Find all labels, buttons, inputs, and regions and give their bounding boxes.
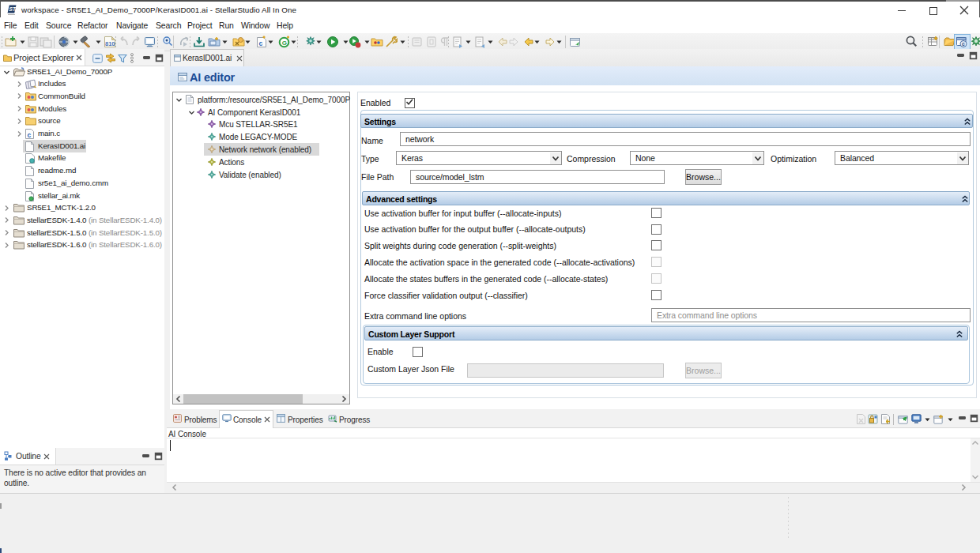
svg-text:G: G bbox=[282, 40, 287, 47]
svg-text:c: c bbox=[259, 40, 263, 47]
svg-text:ST: ST bbox=[9, 6, 17, 12]
svg-text:c: c bbox=[28, 131, 32, 139]
svg-text:810: 810 bbox=[105, 40, 115, 47]
svg-text:c: c bbox=[962, 41, 965, 47]
